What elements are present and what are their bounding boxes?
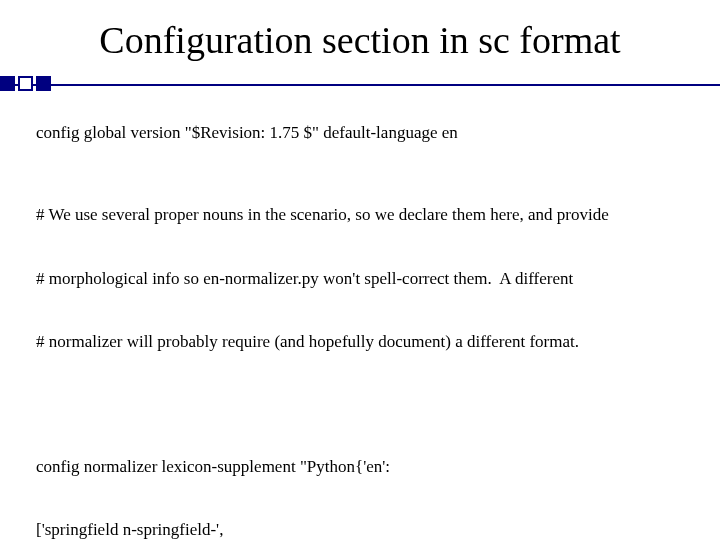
comment-line: # normalizer will probably require (and … xyxy=(36,331,684,352)
square-icon xyxy=(0,76,15,91)
rule-squares xyxy=(0,76,54,91)
lexicon-entry: ['springfield n-springfield-', xyxy=(36,519,684,540)
lexicon-header: config normalizer lexicon-supplement "Py… xyxy=(36,456,684,477)
comment-line: # morphological info so en-normalizer.py… xyxy=(36,268,684,289)
rule-line xyxy=(0,84,720,86)
square-outline-icon xyxy=(18,76,33,91)
lexicon-block: config normalizer lexicon-supplement "Py… xyxy=(36,413,684,540)
config-global-line: config global version "$Revision: 1.75 $… xyxy=(36,122,684,143)
square-icon xyxy=(36,76,51,91)
title-rule xyxy=(0,70,720,100)
slide-title: Configuration section in sc format xyxy=(0,0,720,68)
slide: Configuration section in sc format confi… xyxy=(0,0,720,540)
comment-line: # We use several proper nouns in the sce… xyxy=(36,204,684,225)
slide-body: config global version "$Revision: 1.75 $… xyxy=(0,100,720,540)
comment-block: # We use several proper nouns in the sce… xyxy=(36,161,684,395)
